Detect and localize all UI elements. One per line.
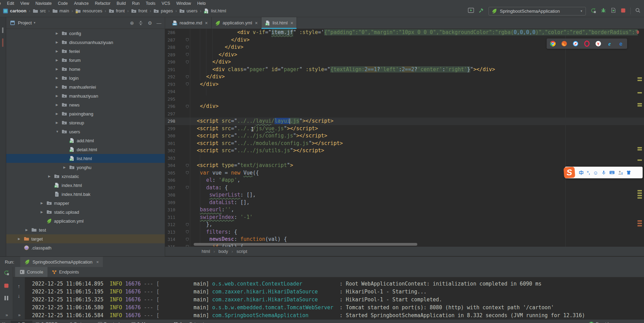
locate-file-button[interactable]: ⊕ [130, 20, 134, 26]
chevron-collapsed-icon[interactable]: ▶ [56, 112, 62, 115]
ime-kbd-icon[interactable] [609, 170, 615, 175]
edge-browser-icon[interactable]: e [618, 41, 624, 47]
tree-item-xznstatic[interactable]: ▶xznstatic [6, 172, 165, 181]
build-button[interactable] [479, 8, 484, 14]
run-config-tab[interactable]: SpringbootSchemaApplication× [20, 257, 103, 267]
menu-window[interactable]: Window [173, 1, 194, 5]
breadcrumb-body[interactable]: body [218, 249, 228, 254]
chevron-collapsed-icon[interactable]: ▶ [56, 103, 62, 107]
ime-smile-icon[interactable]: ☺ [593, 170, 598, 176]
status-item-java-enterprise[interactable]: Java Enterprise [174, 321, 208, 323]
fold-marker[interactable] [176, 236, 190, 243]
breadcrumb-main[interactable]: main [52, 8, 69, 14]
chevron-collapsed-icon[interactable]: ▶ [56, 49, 62, 53]
tree-item-index-html-bak[interactable]: index.html.bak [6, 190, 165, 199]
fold-marker[interactable] [176, 184, 190, 192]
chevron-collapsed-icon[interactable]: ▶ [56, 67, 62, 71]
tree-item-manhuafenlei[interactable]: ▶manhuafenlei [6, 82, 165, 91]
stop-process-button[interactable] [4, 283, 9, 290]
run-toolwindow-button[interactable] [468, 8, 474, 14]
tree-item-discussmanhuaziyuan[interactable]: ▶discussmanhuaziyuan [6, 38, 165, 47]
chevron-collapsed-icon[interactable]: ▶ [63, 166, 69, 169]
scroll-down-button[interactable]: ↓ [18, 293, 20, 298]
fold-marker[interactable] [176, 229, 190, 236]
menu-refactor[interactable]: Refactor [92, 1, 114, 5]
menu-build[interactable]: Build [114, 1, 129, 5]
fold-marker[interactable] [176, 73, 190, 81]
close-icon[interactable]: × [255, 20, 258, 26]
breadcrumb-script[interactable]: script [236, 249, 247, 254]
menu-run[interactable]: Run [129, 1, 143, 5]
tab-application-yml[interactable]: application.yml× [212, 17, 261, 29]
tab-list-html[interactable]: Hlist.html× [261, 17, 297, 29]
tree-item-news[interactable]: ▶news [6, 100, 165, 109]
status-grid-icon[interactable] [2, 321, 6, 323]
breadcrumb-pages[interactable]: pages [153, 8, 173, 14]
close-icon[interactable]: × [205, 20, 208, 26]
collapse-all-button[interactable] [138, 21, 143, 25]
chevron-collapsed-icon[interactable]: ▶ [41, 201, 46, 205]
breadcrumb-cartoon[interactable]: cartoon [3, 8, 26, 14]
status-item-4-run[interactable]: ▶4: Run [11, 321, 32, 323]
menu-tools[interactable]: Tools [143, 1, 159, 5]
fold-marker[interactable] [176, 44, 190, 51]
code-editor[interactable]: 286 <div v-if="item.jf" :style='{"paddin… [165, 29, 644, 247]
tree-item-static-upload[interactable]: ▶static.upload [6, 208, 165, 216]
more-actions-icon[interactable]: » [18, 312, 20, 318]
fold-marker[interactable] [176, 58, 190, 66]
run-config-selector[interactable]: SpringbootSchemaApplication▼ [489, 7, 586, 15]
fold-marker[interactable] [176, 103, 190, 110]
menu-code[interactable]: Code [55, 1, 71, 5]
tree-item-manhuaziyuan[interactable]: ▶manhuaziyuan [6, 91, 165, 100]
tree-item-login[interactable]: ▶login [6, 74, 165, 82]
tree-item-index-html[interactable]: Hindex.html [6, 181, 165, 190]
menu-view[interactable]: View [17, 1, 32, 5]
breadcrumb-list-html[interactable]: Hlist.html [204, 8, 226, 14]
tree-item-add-html[interactable]: Hadd.html [6, 136, 165, 145]
ime-mic-icon[interactable] [601, 170, 606, 175]
run-tab-endpoints[interactable]: Endpoints [47, 267, 83, 277]
tree-item-home[interactable]: ▶home [6, 65, 165, 74]
tree-item-storeup[interactable]: ▶storeup [6, 118, 165, 127]
status-item-terminal[interactable]: Terminal [98, 321, 119, 323]
breadcrumb-front[interactable]: front [109, 8, 125, 14]
tree-item-target[interactable]: ▶target [6, 234, 165, 243]
scroll-up-button[interactable]: ↑ [18, 283, 20, 289]
ime-person-icon[interactable] [618, 170, 623, 175]
tree-item-config[interactable]: ▶config [6, 29, 165, 38]
ime-punct-icon[interactable]: °, [587, 170, 590, 175]
ime-shirt-icon[interactable] [626, 170, 631, 175]
status-item-6-todo[interactable]: 6: TODO [35, 321, 58, 323]
chevron-collapsed-icon[interactable]: ▶ [25, 228, 31, 232]
chevron-collapsed-icon[interactable]: ▶ [56, 32, 62, 35]
chevron-collapsed-icon[interactable]: ▶ [56, 58, 62, 62]
tree-item-fenlei[interactable]: ▶fenlei [6, 47, 165, 56]
opera-browser-icon[interactable] [584, 41, 590, 47]
debug-button[interactable] [601, 8, 606, 14]
close-icon[interactable]: × [290, 20, 293, 26]
run-tab-console[interactable]: Console [15, 267, 47, 277]
hide-panel-button[interactable]: — [157, 20, 161, 26]
breadcrumb-html[interactable]: html [202, 249, 210, 254]
search-everywhere-button[interactable] [635, 8, 641, 14]
fold-marker[interactable] [176, 36, 190, 44]
menu-file[interactable]: File [0, 1, 4, 5]
status-item-0-messages[interactable]: 0: Messages [131, 321, 161, 323]
more-actions-icon[interactable]: » [6, 312, 7, 318]
chevron-collapsed-icon[interactable]: ▶ [48, 175, 54, 178]
fold-marker[interactable] [176, 81, 190, 88]
breadcrumb-resources[interactable]: resources [75, 8, 102, 14]
tree-item-classpath[interactable]: .classpath [6, 243, 165, 252]
coverage-button[interactable] [611, 8, 616, 14]
ime-zh-icon[interactable] [579, 170, 584, 175]
stop-button[interactable] [621, 8, 626, 14]
safari-browser-icon[interactable] [572, 41, 579, 47]
tree-item-list-html[interactable]: Hlist.html [6, 154, 165, 163]
ie-browser-icon[interactable]: e [607, 41, 613, 47]
breadcrumb-users[interactable]: users [179, 8, 197, 14]
menu-vcs[interactable]: VCS [159, 1, 173, 5]
tree-item-detail-html[interactable]: Hdetail.html [6, 145, 165, 154]
chevron-collapsed-icon[interactable]: ▶ [56, 76, 62, 80]
pause-output-button[interactable] [4, 296, 8, 300]
yandex-browser-icon[interactable]: Y [595, 41, 601, 47]
